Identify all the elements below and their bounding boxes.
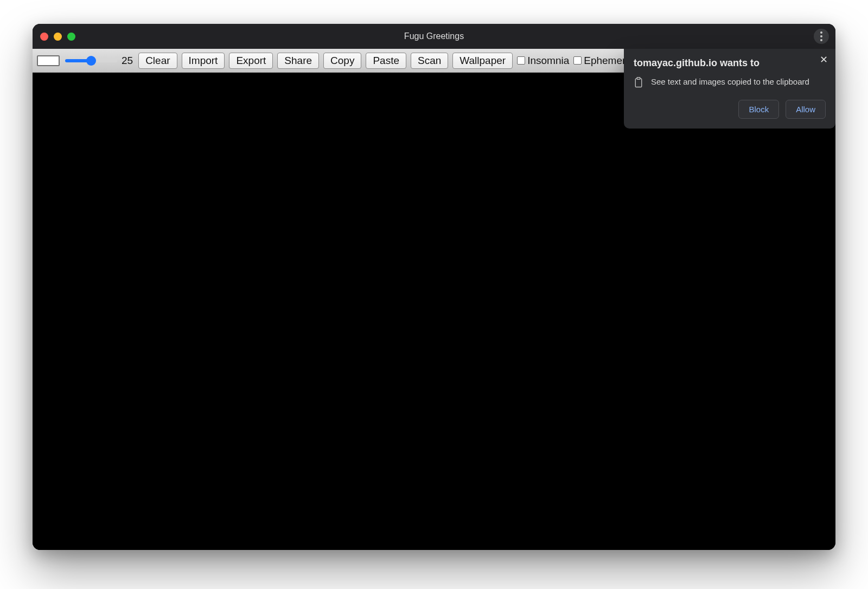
export-button[interactable]: Export	[229, 53, 273, 69]
brush-size-value: 25	[122, 55, 133, 67]
insomnia-option: Insomnia	[517, 55, 569, 67]
svg-rect-1	[637, 78, 640, 80]
insomnia-label: Insomnia	[527, 55, 569, 67]
permission-prompt-title: tomayac.github.io wants to	[634, 57, 826, 69]
permission-prompt-message: See text and images copied to the clipbo…	[651, 76, 809, 87]
clipboard-icon	[634, 77, 643, 88]
paste-button[interactable]: Paste	[366, 53, 406, 69]
copy-button[interactable]: Copy	[323, 53, 361, 69]
clear-button[interactable]: Clear	[138, 53, 177, 69]
minimize-window-button[interactable]	[54, 33, 62, 41]
close-window-button[interactable]	[40, 33, 48, 41]
close-icon[interactable]: ✕	[818, 54, 829, 65]
app-window: Fugu Greetings 25 Clear Import Export Sh…	[33, 24, 835, 550]
wallpaper-button[interactable]: Wallpaper	[452, 53, 513, 69]
color-swatch[interactable]	[37, 55, 60, 66]
import-button[interactable]: Import	[182, 53, 225, 69]
titlebar: Fugu Greetings	[33, 24, 835, 49]
svg-rect-0	[635, 79, 641, 87]
drawing-canvas[interactable]	[33, 73, 835, 550]
brush-size-slider[interactable]	[65, 59, 117, 62]
permission-prompt: ✕ tomayac.github.io wants to See text an…	[624, 49, 835, 129]
kebab-dot-icon	[820, 31, 822, 34]
share-button[interactable]: Share	[277, 53, 319, 69]
block-button[interactable]: Block	[738, 100, 779, 119]
ephemeral-checkbox[interactable]	[573, 56, 582, 65]
scan-button[interactable]: Scan	[411, 53, 448, 69]
maximize-window-button[interactable]	[67, 33, 75, 41]
window-controls	[40, 33, 75, 41]
kebab-dot-icon	[820, 35, 822, 37]
brush-size-control: 25	[64, 55, 134, 67]
permission-prompt-actions: Block Allow	[634, 100, 826, 119]
kebab-dot-icon	[820, 39, 822, 41]
allow-button[interactable]: Allow	[786, 100, 826, 119]
more-menu-button[interactable]	[814, 29, 829, 44]
insomnia-checkbox[interactable]	[517, 56, 525, 65]
window-title: Fugu Greetings	[33, 31, 835, 41]
